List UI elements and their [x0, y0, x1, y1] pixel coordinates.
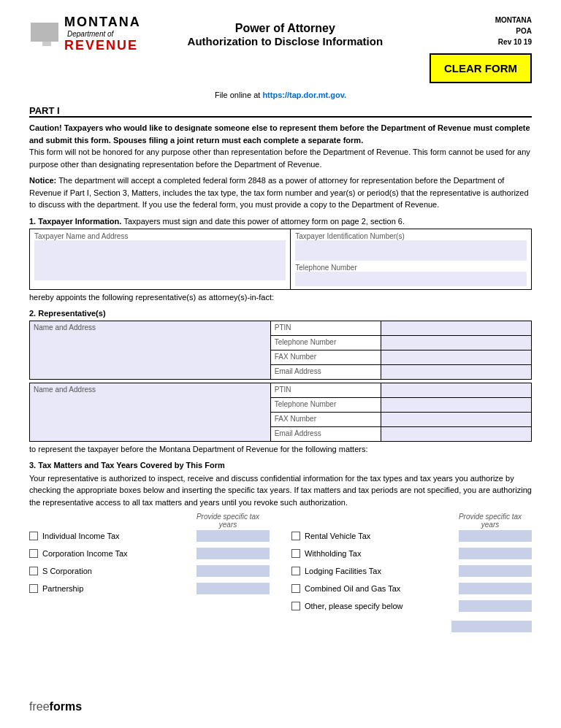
rep1-telephone-label-cell: Telephone Number — [270, 335, 381, 350]
footer: freeforms — [29, 700, 82, 713]
rep2-fax-input[interactable] — [381, 412, 531, 426]
logo-text-area: MONTANA Department of REVENUE — [64, 15, 141, 53]
taxpayer-id-label: Taxpayer Identification Number(s) — [295, 232, 527, 240]
footer-free: free — [29, 700, 50, 713]
tax-row-withholding: Withholding Tax — [291, 548, 532, 559]
file-online-link[interactable]: https://tap.dor.mt.gov. — [262, 91, 346, 99]
rep1-email-input[interactable] — [381, 364, 531, 379]
withholding-checkbox[interactable] — [291, 549, 300, 558]
rental-label: Rental Vehicle Tax — [305, 532, 454, 540]
other-years-input[interactable] — [459, 600, 532, 612]
rep2-telephone-label-cell: Telephone Number — [270, 397, 381, 412]
rep2-ptin-input[interactable] — [381, 383, 531, 397]
taxpayer-name-label: Taxpayer Name and Address — [34, 232, 286, 240]
section1-title: 1. Taxpayer Information. Taxpayers must … — [29, 217, 532, 226]
notice-block: Notice: The department will accept a com… — [29, 175, 532, 211]
taxpayer-name-input[interactable] — [34, 240, 286, 280]
combined-oil-checkbox[interactable] — [291, 584, 300, 593]
tax-row-combined-oil: Combined Oil and Gas Tax — [291, 583, 532, 594]
rep2-table: Name and Address PTIN Telephone Number F… — [29, 383, 532, 442]
section3-title: 3. Tax Matters and Tax Years Covered by … — [29, 461, 532, 470]
partnership-years-input[interactable] — [196, 583, 270, 594]
tax-row-lodging: Lodging Facilities Tax — [291, 565, 532, 577]
other-checkbox[interactable] — [291, 602, 300, 610]
partnership-checkbox[interactable] — [29, 584, 38, 593]
s-corporation-label: S Corporation — [42, 567, 192, 575]
section1: 1. Taxpayer Information. Taxpayers must … — [29, 217, 532, 302]
rep1-ptin-input[interactable] — [381, 321, 531, 335]
withholding-label: Withholding Tax — [305, 549, 454, 558]
clear-form-button[interactable]: CLEAR FORM — [430, 53, 532, 83]
withholding-years-input[interactable] — [459, 548, 532, 559]
combined-oil-label: Combined Oil and Gas Tax — [305, 584, 454, 593]
rental-checkbox[interactable] — [291, 532, 300, 540]
corporation-income-years-input[interactable] — [196, 548, 270, 559]
tax-checkboxes: Individual Income Tax Corporation Income… — [29, 530, 532, 632]
rep1-ptin-label-cell: PTIN — [270, 321, 381, 335]
tax-col-right: Rental Vehicle Tax Withholding Tax Lodgi… — [291, 530, 532, 632]
caution-normal: This form will not be honored for any pu… — [29, 147, 530, 169]
page: MONTANA Department of REVENUE Power of A… — [0, 0, 561, 728]
combined-oil-years-input[interactable] — [459, 583, 532, 594]
lodging-years-input[interactable] — [459, 565, 532, 577]
taxpayer-info-table: Taxpayer Name and Address Taxpayer Ident… — [29, 229, 532, 290]
provide-label-right: Provide specific tax years — [450, 513, 530, 529]
telephone-input[interactable] — [295, 272, 527, 286]
taxpayer-id-input[interactable] — [295, 240, 527, 261]
part1-label: PART I — [29, 105, 60, 116]
montana-logo-icon — [29, 15, 61, 53]
section3: 3. Tax Matters and Tax Years Covered by … — [29, 461, 532, 633]
individual-checkbox[interactable] — [29, 532, 38, 540]
rep2-ptin-label-cell: PTIN — [270, 383, 381, 397]
other-specify-input[interactable] — [451, 621, 532, 632]
rep1-telephone-input[interactable] — [381, 335, 531, 350]
other-specify-area — [291, 618, 532, 632]
rep2-name-label: Name and Address — [34, 386, 267, 394]
file-online-section: File online at https://tap.dor.mt.gov. — [29, 91, 532, 99]
s-corporation-checkbox[interactable] — [29, 567, 38, 575]
logo-area: MONTANA Department of REVENUE — [29, 15, 141, 53]
rep1-fax-input[interactable] — [381, 350, 531, 364]
tax-row-individual: Individual Income Tax — [29, 530, 270, 542]
tax-row-s-corporation: S Corporation — [29, 565, 270, 577]
form-title-area: Power of Attorney Authorization to Discl… — [141, 15, 430, 47]
tax-row-partnership: Partnership — [29, 583, 270, 594]
logo-dept: Department of — [67, 30, 113, 38]
right-col-header: Provide specific tax years — [291, 513, 532, 529]
individual-label: Individual Income Tax — [42, 532, 192, 540]
taxpayer-id-cell: Taxpayer Identification Number(s) Teleph… — [291, 229, 532, 289]
tax-headers-row: Provide specific tax years Provide speci… — [29, 513, 532, 529]
rep1-table: Name and Address PTIN Telephone Number F… — [29, 321, 532, 380]
left-col-header: Provide specific tax years — [29, 513, 270, 529]
svg-rect-1 — [31, 23, 58, 42]
header-right: MONTANA POA Rev 10 19 CLEAR FORM — [430, 15, 532, 83]
lodging-checkbox[interactable] — [291, 567, 300, 575]
corporation-income-checkbox[interactable] — [29, 549, 38, 558]
tax-col-left: Individual Income Tax Corporation Income… — [29, 530, 270, 632]
s-corporation-years-input[interactable] — [196, 565, 270, 577]
rep1-fax-label-cell: FAX Number — [270, 350, 381, 364]
caution-block: Caution! Taxpayers who would like to des… — [29, 122, 532, 170]
appoints-text: hereby appoints the following representa… — [29, 293, 532, 302]
form-title-line1: Power of Attorney — [141, 22, 430, 35]
header: MONTANA Department of REVENUE Power of A… — [29, 15, 532, 83]
form-id: MONTANA POA Rev 10 19 — [495, 15, 532, 47]
rep1-name-label: Name and Address — [34, 323, 267, 332]
tax-row-rental: Rental Vehicle Tax — [291, 530, 532, 542]
represent-text: to represent the taxpayer before the Mon… — [29, 445, 532, 453]
rep2-email-input[interactable] — [381, 426, 531, 441]
caution-bold: Caution! Taxpayers who would like to des… — [29, 123, 530, 145]
tax-row-other: Other, please specify below — [291, 600, 532, 612]
partnership-label: Partnership — [42, 584, 192, 593]
file-online-prefix: File online at — [215, 91, 262, 99]
rep2-email-label-cell: Email Address — [270, 426, 381, 441]
rep2-telephone-input[interactable] — [381, 397, 531, 412]
individual-years-input[interactable] — [196, 530, 270, 542]
form-title-line2: Authorization to Disclose Information — [141, 35, 430, 47]
rep1-name-cell: Name and Address — [30, 321, 271, 379]
rental-years-input[interactable] — [459, 530, 532, 542]
logo-montana: MONTANA — [64, 15, 141, 30]
rep2-name-cell: Name and Address — [30, 383, 271, 441]
tax-row-corporation-income: Corporation Income Tax — [29, 548, 270, 559]
rep1-email-label-cell: Email Address — [270, 364, 381, 379]
